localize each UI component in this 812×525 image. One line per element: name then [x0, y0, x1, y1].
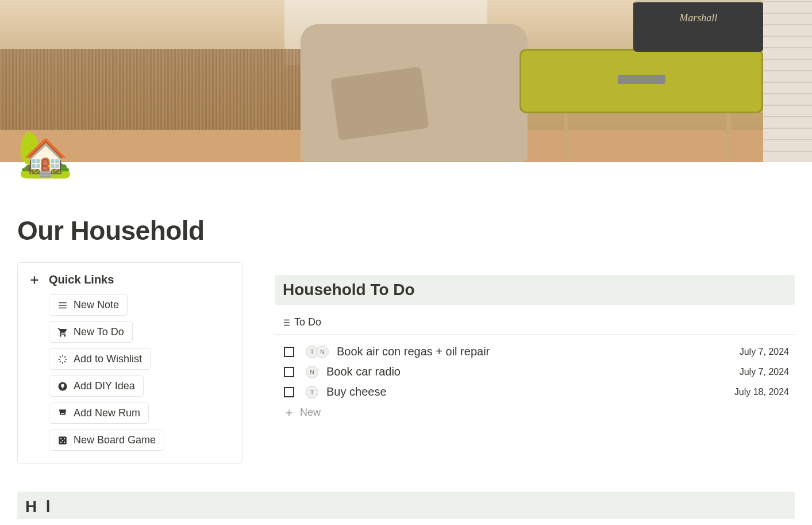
cart-icon — [57, 327, 68, 338]
add-diy-button[interactable]: Add DIY Idea — [49, 375, 144, 397]
todo-date: July 7, 2024 — [740, 347, 789, 357]
new-note-button[interactable]: New Note — [49, 294, 128, 316]
checkbox[interactable] — [284, 347, 294, 357]
svg-rect-6 — [60, 412, 65, 414]
button-label: New Note — [74, 299, 119, 311]
todo-item[interactable]: T Buy cheese July 18, 2024 — [280, 382, 789, 402]
quick-links-card: Quick Links New Note New To Do — [17, 262, 243, 464]
dice-icon — [57, 435, 68, 446]
glass-icon — [57, 408, 68, 419]
svg-point-9 — [64, 438, 65, 439]
todo-date: July 7, 2024 — [740, 367, 789, 377]
plus-icon — [284, 408, 294, 418]
new-label: New — [300, 407, 321, 419]
quick-links-header-label: Quick Links — [49, 273, 114, 286]
bulb-icon — [57, 381, 68, 392]
checkbox[interactable] — [284, 367, 294, 377]
svg-point-11 — [64, 441, 65, 442]
svg-point-10 — [60, 441, 61, 442]
page-icon[interactable]: 🏡 — [17, 131, 73, 176]
new-row-button[interactable]: New — [280, 402, 789, 423]
add-rum-button[interactable]: Add New Rum — [49, 403, 149, 424]
avatar: N — [306, 366, 318, 378]
checkbox[interactable] — [284, 387, 294, 397]
quick-links-toggle[interactable]: Quick Links — [28, 273, 232, 286]
svg-point-8 — [60, 438, 61, 439]
avatar-group: T — [306, 386, 318, 398]
button-label: Add to Wishlist — [74, 353, 142, 365]
button-label: New To Do — [74, 326, 124, 338]
todo-title: Buy cheese — [326, 385, 726, 398]
new-board-game-button[interactable]: New Board Game — [49, 430, 164, 451]
todo-list: T N Book air con regas + oil repair July… — [275, 335, 795, 430]
todo-title: Book air con regas + oil repair — [337, 345, 732, 358]
todo-item[interactable]: T N Book air con regas + oil repair July… — [280, 342, 789, 362]
avatar-group: N — [306, 366, 318, 378]
plus-icon — [28, 274, 41, 286]
page-cover[interactable] — [0, 0, 812, 162]
sparkle-icon — [57, 354, 68, 365]
partial-section-header: H l — [17, 492, 795, 519]
avatar: T — [306, 386, 318, 398]
button-label: Add New Rum — [74, 407, 140, 419]
add-wishlist-button[interactable]: Add to Wishlist — [49, 348, 151, 370]
avatar: N — [316, 346, 329, 358]
todo-section-header: Household To Do — [275, 275, 795, 305]
cover-scene — [0, 0, 812, 162]
todo-title: Book car radio — [326, 365, 732, 378]
new-todo-button[interactable]: New To Do — [49, 321, 133, 343]
button-label: New Board Game — [74, 434, 156, 446]
tab-todo[interactable]: To Do — [280, 316, 321, 328]
avatar-group: T N — [306, 346, 329, 358]
list-view-icon — [280, 317, 291, 328]
button-label: Add DIY Idea — [74, 380, 135, 392]
tab-label: To Do — [294, 316, 321, 328]
page-title[interactable]: Our Household — [17, 215, 795, 246]
svg-point-12 — [62, 439, 63, 440]
todo-item[interactable]: N Book car radio July 7, 2024 — [280, 362, 789, 382]
list-icon — [57, 300, 68, 311]
todo-date: July 18, 2024 — [734, 387, 789, 397]
